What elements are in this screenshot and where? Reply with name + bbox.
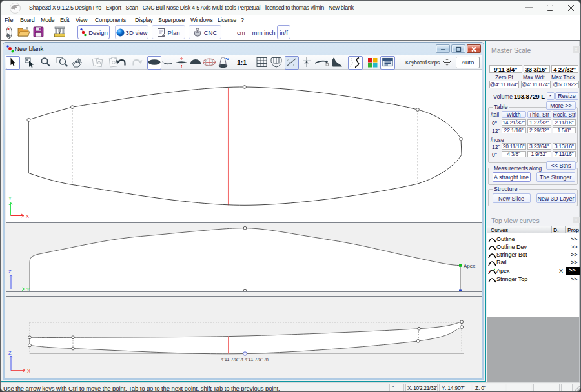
svg-text:Z: Z bbox=[8, 269, 12, 275]
svg-text:Apex: Apex bbox=[464, 263, 475, 269]
svg-text:Z: Z bbox=[8, 350, 12, 356]
svg-text:4'11 7/8" /t 4'11 7/8" /n: 4'11 7/8" /t 4'11 7/8" /n bbox=[221, 357, 269, 362]
svg-text:Y: Y bbox=[8, 195, 12, 201]
svg-text:X: X bbox=[26, 213, 29, 219]
svg-text:1:1: 1:1 bbox=[237, 59, 247, 66]
svg-text:X: X bbox=[27, 368, 30, 374]
svg-text:Keyboard steps: Keyboard steps bbox=[405, 60, 440, 66]
svg-text:Y: Y bbox=[26, 287, 30, 291]
